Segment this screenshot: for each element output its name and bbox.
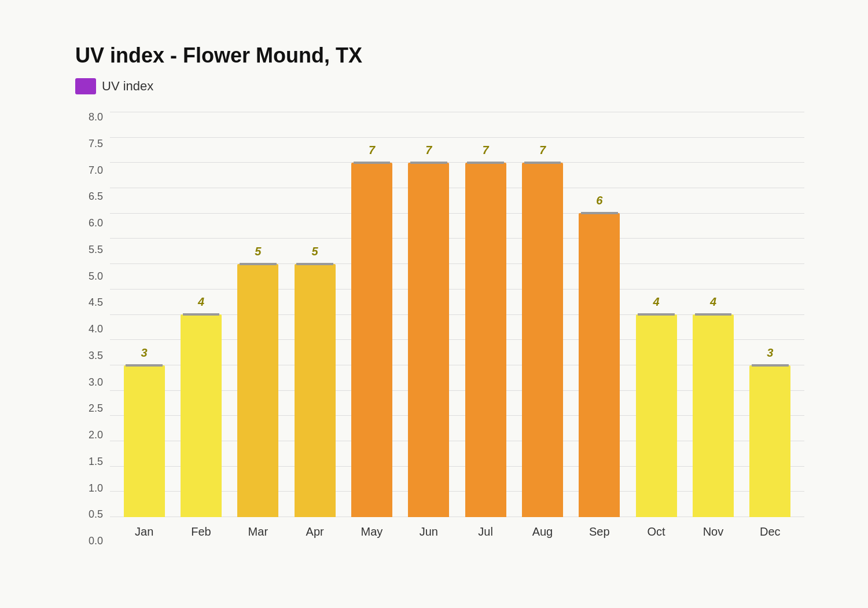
legend-label: UV index [102,79,153,94]
bar-group: 4 [628,112,685,517]
y-axis-label: 4.0 [75,324,110,334]
bar-value-label: 7 [483,144,489,157]
x-axis-label: Feb [172,525,229,539]
y-axis-label: 0.0 [75,536,110,546]
y-axis-label: 0.5 [75,509,110,519]
legend: UV index [75,78,804,94]
bar-value-label: 7 [425,144,432,157]
x-axis-label: Dec [742,525,799,539]
bar [522,163,563,518]
bar-value-label: 7 [369,144,375,157]
x-axis-label: Jan [116,525,172,539]
bar-value-label: 4 [710,295,716,309]
x-axis-label: Jul [457,525,514,539]
y-axis-label: 5.5 [75,244,110,255]
x-axis-label: May [343,525,400,539]
bar-group: 6 [571,112,628,517]
x-axis-label: Mar [230,525,286,539]
bar-tick [638,313,675,316]
y-axis-label: 2.0 [75,430,110,440]
bar-value-label: 5 [255,245,261,258]
y-axis-label: 4.5 [75,297,110,307]
bar [749,365,790,518]
bar-tick [410,162,447,164]
y-axis-label: 1.5 [75,456,110,467]
bar-group: 5 [286,112,343,517]
y-axis-label: 6.5 [75,191,110,202]
chart-inner: 345577776443 JanFebMarAprMayJunJulAugSep… [110,112,804,546]
chart-container: UV index - Flower Mound, TX UV index 0.0… [29,20,839,588]
chart-area: 0.00.51.01.52.02.53.03.54.04.55.05.56.06… [75,112,804,546]
bar-value-label: 7 [539,144,546,157]
bar-value-label: 6 [596,194,602,207]
y-axis-label: 3.0 [75,377,110,387]
y-axis-label: 6.0 [75,218,110,228]
bar [237,264,278,518]
bar-tick [467,162,504,164]
bar-tick [752,364,789,367]
bar [579,213,620,517]
bar-tick [524,162,561,164]
bar-value-label: 4 [653,295,660,309]
bar [693,314,734,517]
bar-tick [695,313,732,316]
x-axis-label: Aug [514,525,571,539]
bar-group: 7 [457,112,514,517]
y-axis-label: 1.0 [75,483,110,493]
bars-row: 345577776443 [110,112,804,517]
bar [351,163,392,518]
bar [408,163,449,518]
x-labels: JanFebMarAprMayJunJulAugSepOctNovDec [110,517,804,546]
bar [181,314,222,517]
bar-tick [581,212,618,214]
y-axis-label: 3.5 [75,350,110,361]
bar-group: 3 [742,112,799,517]
bar-value-label: 3 [767,346,773,360]
bar-group: 7 [343,112,400,517]
bar [465,163,506,518]
bar-value-label: 4 [198,295,204,309]
bar-tick [354,162,391,164]
bar-group: 7 [400,112,457,517]
bar-value-label: 3 [141,346,148,360]
bar-group: 3 [116,112,172,517]
bar-group: 7 [514,112,571,517]
bar [636,314,677,517]
chart-title: UV index - Flower Mound, TX [75,43,804,68]
y-axis-label: 2.5 [75,403,110,413]
bar-group: 5 [230,112,286,517]
y-axis-label: 7.5 [75,138,110,149]
bar [124,365,165,518]
legend-swatch [75,78,96,94]
bar-group: 4 [685,112,741,517]
x-axis-label: Oct [628,525,685,539]
y-axis-label: 7.0 [75,165,110,175]
x-axis-label: Nov [685,525,741,539]
bar-tick [183,313,220,316]
y-axis-label: 8.0 [75,112,110,122]
x-axis-label: Jun [400,525,457,539]
bar-value-label: 5 [312,245,318,258]
x-axis-label: Apr [286,525,343,539]
bar [295,264,336,518]
x-axis-label: Sep [571,525,628,539]
y-axis: 0.00.51.01.52.02.53.03.54.04.55.05.56.06… [75,112,110,546]
bar-tick [126,364,163,367]
bar-tick [296,263,333,265]
bar-tick [240,263,277,265]
bar-group: 4 [172,112,229,517]
y-axis-label: 5.0 [75,271,110,281]
